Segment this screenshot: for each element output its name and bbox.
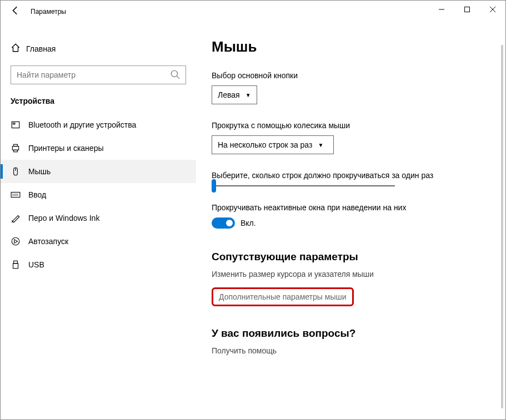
svg-rect-8 [12, 146, 18, 150]
inactive-scroll-toggle[interactable] [212, 217, 235, 229]
sidebar-item-mouse[interactable]: Мышь [1, 160, 196, 183]
sidebar-item-label: USB [28, 260, 44, 269]
dropdown-value: Левая [218, 90, 240, 99]
page-title: Мышь [212, 38, 494, 55]
body-area: Главная Устройства Bluetooth и другие ус… [1, 23, 505, 419]
scroll-mode-label: Прокрутка с помощью колесика мыши [212, 121, 494, 130]
svg-rect-7 [13, 123, 15, 124]
minimize-button[interactable] [429, 1, 454, 18]
sidebar-category-header: Устройства [1, 97, 196, 113]
inactive-scroll-toggle-row: Вкл. [212, 217, 494, 229]
svg-point-16 [12, 237, 19, 245]
chevron-down-icon: ▼ [246, 92, 251, 98]
search-icon [170, 69, 180, 81]
scroll-lines-slider[interactable] [212, 185, 395, 186]
svg-point-4 [171, 70, 177, 77]
sidebar-item-typing[interactable]: Ввод [1, 183, 196, 206]
chevron-down-icon: ▼ [318, 142, 323, 148]
scroll-mode-dropdown[interactable]: На несколько строк за раз ▼ [212, 135, 334, 154]
svg-rect-1 [465, 7, 470, 12]
link-get-help[interactable]: Получить помощь [212, 346, 277, 355]
mouse-icon [11, 166, 28, 176]
search-input[interactable] [17, 70, 170, 79]
sidebar-item-label: Автозапуск [28, 237, 68, 246]
svg-rect-10 [14, 150, 18, 151]
svg-rect-9 [14, 144, 18, 146]
svg-rect-13 [11, 193, 20, 198]
link-advanced-highlight: Дополнительные параметры мыши [212, 287, 354, 306]
window-controls [429, 1, 505, 21]
sidebar-item-label: Bluetooth и другие устройства [28, 120, 136, 129]
back-button[interactable] [11, 6, 22, 18]
primary-button-label: Выбор основной кнопки [212, 71, 494, 80]
home-icon [11, 43, 26, 54]
titlebar: Параметры [1, 1, 505, 23]
sidebar-item-usb[interactable]: USB [1, 253, 196, 276]
sidebar-item-label: Перо и Windows Ink [28, 214, 99, 222]
svg-rect-17 [14, 261, 18, 264]
sidebar-item-label: Ввод [28, 190, 46, 199]
autoplay-icon [11, 236, 28, 246]
toggle-state-text: Вкл. [241, 219, 256, 227]
related-settings-header: Сопутствующие параметры [212, 251, 494, 263]
home-label: Главная [26, 44, 56, 53]
keyboard-icon [11, 190, 28, 200]
sidebar-item-autoplay[interactable]: Автозапуск [1, 230, 196, 253]
questions-header: У вас появились вопросы? [212, 327, 494, 340]
search-box[interactable] [11, 65, 186, 84]
link-advanced-mouse-settings[interactable]: Дополнительные параметры мыши [219, 292, 347, 301]
close-button[interactable] [480, 1, 505, 18]
sidebar-item-pen[interactable]: Перо и Windows Ink [1, 206, 196, 230]
window-title: Параметры [31, 8, 66, 16]
inactive-scroll-label: Прокручивать неактивные окна при наведен… [212, 203, 494, 212]
slider-thumb[interactable] [212, 179, 216, 193]
toggle-knob [226, 220, 233, 226]
primary-button-dropdown[interactable]: Левая ▼ [212, 85, 257, 104]
usb-icon [11, 260, 28, 270]
maximize-button[interactable] [454, 1, 480, 18]
sidebar-item-bluetooth[interactable]: Bluetooth и другие устройства [1, 113, 196, 136]
sidebar-item-label: Мышь [28, 167, 51, 176]
pen-icon [11, 213, 28, 223]
link-cursor-size[interactable]: Изменить размер курсора и указателя мыши [212, 270, 374, 279]
vertical-scrollbar[interactable] [501, 45, 503, 408]
scroll-lines-slider-wrap [212, 185, 494, 186]
svg-rect-18 [13, 264, 18, 269]
bluetooth-icon [11, 120, 28, 130]
settings-window: Параметры Главная Устройства [0, 0, 506, 420]
dropdown-value: На несколько строк за раз [218, 140, 312, 149]
sidebar-item-label: Принтеры и сканеры [28, 144, 103, 153]
sidebar-item-printers[interactable]: Принтеры и сканеры [1, 136, 196, 160]
main-content: Мышь Выбор основной кнопки Левая ▼ Прокр… [196, 23, 505, 419]
printer-icon [11, 143, 28, 153]
sidebar: Главная Устройства Bluetooth и другие ус… [1, 23, 196, 419]
scroll-lines-label: Выберите, сколько строк должно прокручив… [212, 171, 494, 180]
home-link[interactable]: Главная [1, 38, 196, 59]
svg-line-5 [177, 76, 179, 79]
